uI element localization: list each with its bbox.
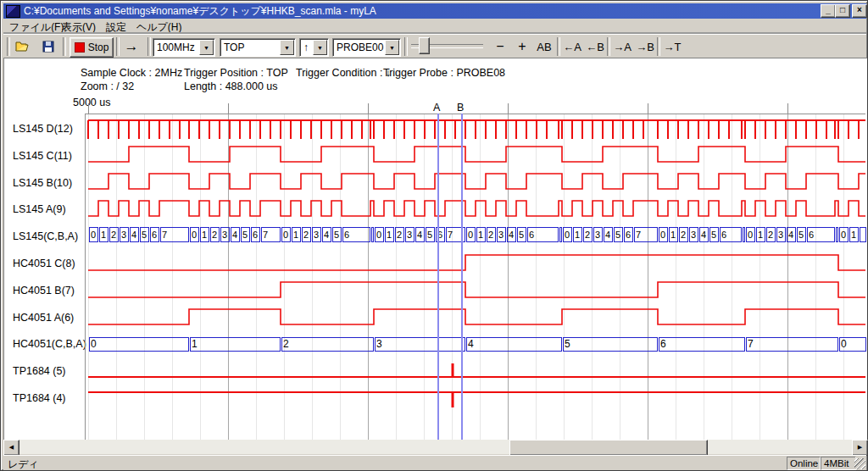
channel-label: LS145 B(10)	[13, 177, 72, 189]
horizontal-scrollbar[interactable]: ◀ ▶	[3, 440, 866, 454]
channel-label-column: LS145 D(12)LS145 C(11)LS145 B(10)LS145 A…	[4, 58, 867, 441]
channel-label: LS145 C(11)	[13, 150, 72, 162]
open-button[interactable]	[12, 38, 34, 55]
resize-grip[interactable]	[854, 458, 865, 469]
stop-button[interactable]: Stop	[70, 37, 114, 58]
sample-clock-value: 100MHz	[157, 42, 195, 53]
waveform-client-area[interactable]: Sample Clock : 2MHz Zoom : / 32 Trigger …	[3, 58, 867, 441]
scroll-right-button[interactable]: ▶	[852, 440, 868, 456]
channel-label: TP1684 (5)	[13, 365, 66, 377]
run-button[interactable]: →	[120, 38, 142, 55]
dropdown-arrow-icon[interactable]: ▼	[280, 40, 294, 55]
trigger-position-value: TOP	[224, 42, 244, 53]
stop-icon	[75, 42, 85, 53]
channel-label: HC4051 C(8)	[13, 258, 75, 269]
channel-label: TP1684 (4)	[13, 392, 66, 404]
trigger-edge-select[interactable]: ↑ ▼	[299, 38, 329, 57]
ab-button[interactable]: AB	[533, 38, 555, 55]
goto-a-back-button[interactable]: ←A	[561, 38, 583, 55]
zoom-in-button[interactable]: +	[513, 38, 531, 55]
stop-label: Stop	[88, 42, 109, 53]
menu-item-settings[interactable]: 設定	[104, 20, 128, 33]
dropdown-arrow-icon[interactable]: ▼	[199, 40, 214, 55]
goto-a-fwd-button[interactable]: →A	[611, 38, 633, 55]
app-icon[interactable]	[6, 5, 20, 18]
maximize-button[interactable]: □	[835, 4, 850, 18]
channel-label: HC4051 B(7)	[13, 285, 75, 296]
goto-trigger-button[interactable]: →T	[661, 38, 683, 55]
menu-item-view[interactable]: 表示(V)	[60, 20, 97, 33]
channel-label: LS145 A(9)	[13, 203, 66, 215]
folder-open-icon	[15, 41, 31, 53]
goto-b-fwd-button[interactable]: →B	[634, 38, 656, 55]
window-title: C:¥Documents and Settings¥noname¥デスクトップ¥…	[24, 4, 376, 19]
toolbar-separator	[63, 37, 66, 56]
menu-bar: ファイル(F) 表示(V) 設定 ヘルプ(H)	[3, 19, 866, 34]
channel-label: LS145(C,B,A)	[13, 230, 78, 242]
scroll-left-button[interactable]: ◀	[3, 440, 19, 456]
toolbar-gripper	[7, 37, 10, 56]
channel-label: LS145 D(12)	[13, 123, 73, 135]
status-text: レディ	[8, 457, 39, 471]
floppy-icon	[42, 41, 54, 53]
arrow-right-icon: →	[125, 38, 139, 55]
zoom-out-button[interactable]: −	[491, 38, 509, 55]
toolbar-separator	[116, 37, 120, 56]
scroll-thumb[interactable]	[509, 440, 708, 456]
minimize-button[interactable]: _	[821, 4, 836, 18]
dropdown-arrow-icon[interactable]: ▼	[313, 40, 327, 55]
menu-item-file[interactable]: ファイル(F)	[8, 20, 65, 33]
sample-clock-select[interactable]: 100MHz ▼	[153, 38, 215, 57]
channel-label: HC4051(C,B,A)	[13, 338, 86, 350]
probe-select-value: PROBE00	[337, 42, 383, 53]
app-window: C:¥Documents and Settings¥noname¥デスクトップ¥…	[0, 0, 868, 471]
toolbar-separator	[404, 37, 408, 56]
save-button[interactable]	[37, 38, 59, 55]
close-button[interactable]: ×	[852, 4, 867, 18]
trigger-edge-value: ↑	[303, 42, 309, 53]
toolbar-separator	[657, 37, 660, 56]
dropdown-arrow-icon[interactable]: ▼	[385, 40, 399, 55]
trigger-position-select[interactable]: TOP ▼	[220, 38, 296, 57]
scroll-left-icon: ◀	[9, 444, 14, 450]
status-online: Online	[787, 457, 821, 470]
scroll-right-icon: ▶	[858, 444, 862, 450]
zoom-slider-thumb[interactable]	[419, 37, 430, 54]
status-memory: 4MBit	[821, 457, 856, 470]
toolbar-separator	[557, 37, 560, 56]
status-bar: レディ Online 4MBit	[3, 455, 866, 470]
probe-select[interactable]: PROBE00 ▼	[332, 38, 401, 57]
goto-b-back-button[interactable]: ←B	[584, 38, 606, 55]
toolbar-separator	[607, 37, 610, 56]
menu-item-help[interactable]: ヘルプ(H)	[135, 20, 184, 33]
channel-label: HC4051 A(6)	[13, 312, 74, 324]
toolbar-separator	[147, 37, 151, 56]
title-bar: C:¥Documents and Settings¥noname¥デスクトップ¥…	[3, 3, 866, 19]
toolbar: Stop → 100MHz ▼ TOP ▼ ↑ ▼ PROBE00 ▼ − + …	[3, 34, 866, 58]
